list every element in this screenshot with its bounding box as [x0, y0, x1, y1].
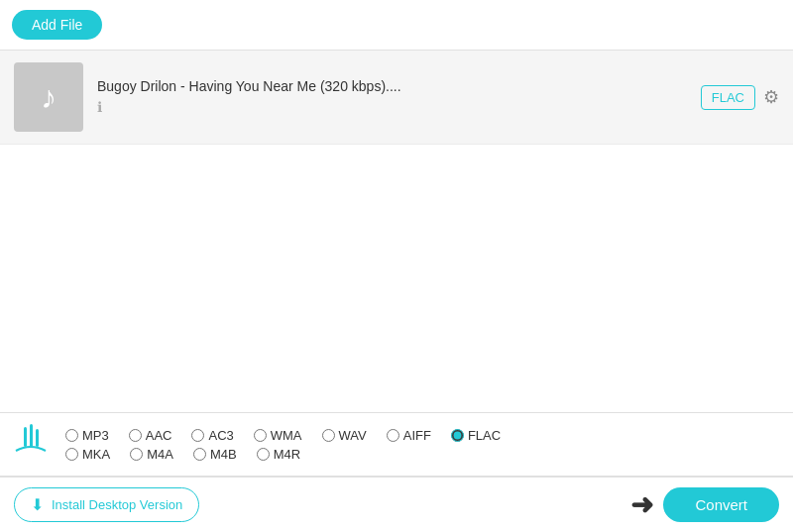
radio-flac[interactable]	[451, 429, 464, 442]
svg-rect-1	[30, 424, 33, 447]
label-m4r: M4R	[274, 447, 300, 462]
file-info: Bugoy Drilon - Having You Near Me (320 k…	[97, 78, 701, 116]
empty-area	[0, 232, 793, 413]
radio-aac[interactable]	[129, 429, 142, 442]
format-option-m4a[interactable]: M4A	[130, 447, 173, 462]
convert-area: ➜ Convert	[630, 487, 779, 522]
svg-rect-0	[24, 427, 27, 447]
format-option-flac[interactable]: FLAC	[451, 428, 501, 443]
label-m4b: M4B	[210, 447, 237, 462]
label-mka: MKA	[82, 447, 110, 462]
file-list: ♪ Bugoy Drilon - Having You Near Me (320…	[0, 51, 793, 232]
install-desktop-button[interactable]: ⬇ Install Desktop Version	[14, 487, 199, 522]
label-ac3: AC3	[208, 428, 233, 443]
format-option-ac3[interactable]: AC3	[191, 428, 233, 443]
install-label: Install Desktop Version	[52, 497, 182, 512]
format-option-m4b[interactable]: M4B	[193, 447, 237, 462]
label-aiff: AIFF	[403, 428, 431, 443]
format-badge: FLAC	[701, 85, 755, 110]
radio-aiff[interactable]	[387, 429, 399, 442]
radio-mka[interactable]	[65, 448, 78, 461]
label-flac: FLAC	[468, 428, 501, 443]
format-music-icon	[12, 423, 50, 466]
label-aac: AAC	[146, 428, 172, 443]
radio-m4b[interactable]	[193, 448, 206, 461]
radio-m4r[interactable]	[257, 448, 270, 461]
info-icon[interactable]: ℹ	[97, 99, 102, 115]
format-option-mp3[interactable]: MP3	[65, 428, 109, 443]
file-actions: FLAC ⚙	[701, 85, 779, 110]
label-wma: WMA	[271, 428, 302, 443]
bottom-bar: ⬇ Install Desktop Version ➜ Convert	[0, 477, 793, 532]
convert-button[interactable]: Convert	[663, 487, 779, 522]
format-option-aac[interactable]: AAC	[129, 428, 172, 443]
arrow-right-icon: ➜	[630, 488, 653, 521]
add-file-button[interactable]: Add File	[12, 10, 102, 40]
svg-rect-2	[36, 429, 39, 447]
format-row-2: MKA M4A M4B M4R	[65, 447, 501, 462]
radio-mp3[interactable]	[65, 429, 78, 442]
format-panel: MP3 AAC AC3 WMA WAV AIFF FLAC	[0, 412, 793, 477]
label-wav: WAV	[339, 428, 367, 443]
format-option-m4r[interactable]: M4R	[257, 447, 300, 462]
label-mp3: MP3	[82, 428, 109, 443]
radio-m4a[interactable]	[130, 448, 143, 461]
format-option-wma[interactable]: WMA	[254, 428, 302, 443]
settings-button[interactable]: ⚙	[763, 86, 779, 108]
download-icon: ⬇	[31, 495, 44, 514]
format-option-wav[interactable]: WAV	[322, 428, 367, 443]
format-options: MP3 AAC AC3 WMA WAV AIFF FLAC	[65, 428, 501, 462]
file-thumbnail: ♪	[14, 62, 83, 132]
format-option-mka[interactable]: MKA	[65, 447, 110, 462]
radio-wma[interactable]	[254, 429, 267, 442]
label-m4a: M4A	[147, 447, 173, 462]
file-item: ♪ Bugoy Drilon - Having You Near Me (320…	[0, 51, 793, 145]
music-note-icon: ♪	[41, 79, 57, 116]
toolbar: Add File	[0, 0, 793, 51]
format-row-1: MP3 AAC AC3 WMA WAV AIFF FLAC	[65, 428, 501, 443]
radio-ac3[interactable]	[191, 429, 204, 442]
radio-wav[interactable]	[322, 429, 335, 442]
file-name: Bugoy Drilon - Having You Near Me (320 k…	[97, 78, 701, 94]
format-option-aiff[interactable]: AIFF	[387, 428, 431, 443]
